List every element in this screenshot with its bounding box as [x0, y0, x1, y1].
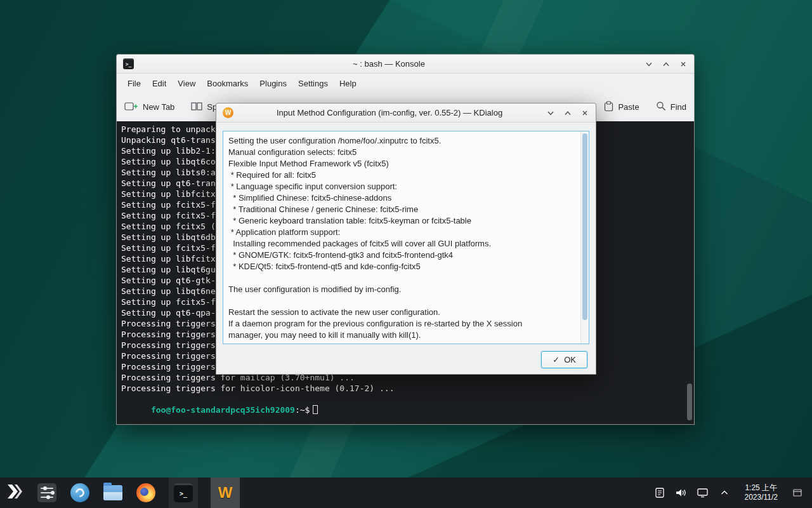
menu-item[interactable]: Edit	[147, 76, 172, 91]
dialog-message-line: * GNOME/GTK: fcitx5-frontend-gtk3 and fc…	[228, 250, 575, 261]
kdialog-window-title: Input Method Configuration (im-config, v…	[239, 108, 540, 117]
search-icon	[656, 101, 666, 113]
dialog-message-area[interactable]: Setting the user configuration /home/foo…	[223, 131, 589, 344]
konsole-window-title: ~ : bash — Konsole	[139, 59, 639, 69]
prompt-suffix: :~$	[295, 405, 310, 415]
dialog-message-line: manager, you may need to kill it manuall…	[228, 330, 575, 341]
paste-icon	[604, 101, 613, 114]
terminal-cursor	[313, 405, 318, 414]
im-config-app-icon: W	[223, 107, 233, 118]
split-view-icon	[191, 101, 202, 113]
dialog-message-line: * Required for all: fcitx5	[228, 170, 575, 181]
minimize-icon[interactable]	[546, 108, 555, 117]
new-tab-button[interactable]: New Tab	[124, 101, 174, 113]
dialog-message-line: * Application platform support:	[228, 227, 575, 238]
dialog-message-line: * Language specific input conversion sup…	[228, 181, 575, 192]
show-desktop-button[interactable]	[792, 482, 803, 504]
dialog-message-line: Manual configuration selects: fcitx5	[228, 147, 575, 158]
dialog-message-line: * KDE/Qt5: fcitx5-frontend-qt5 and kde-c…	[228, 261, 575, 272]
kdialog-titlebar[interactable]: W Input Method Configuration (im-config,…	[216, 104, 596, 123]
close-icon[interactable]	[580, 108, 589, 117]
dialog-message-lines: Setting the user configuration /home/foo…	[228, 135, 575, 344]
clipboard-icon[interactable]	[653, 486, 666, 499]
menu-item[interactable]: Settings	[292, 76, 334, 91]
dialog-message-line: Flexible Input Method Framework v5 (fcit…	[228, 158, 575, 170]
display-icon[interactable]	[697, 486, 709, 499]
dialog-message-line: Setting the user configuration /home/foo…	[228, 135, 575, 147]
folder-icon	[103, 485, 122, 500]
clock-date: 2023/11/2	[745, 493, 778, 502]
kde-logo-icon	[5, 483, 23, 503]
minimize-icon[interactable]	[644, 59, 653, 69]
new-tab-label: New Tab	[143, 102, 174, 112]
clock-time: 1:25 上午	[745, 483, 778, 493]
system-tray: 1:25 上午 2023/11/2	[653, 482, 809, 504]
task-im-config-active[interactable]: W	[211, 478, 240, 508]
check-icon: ✓	[553, 355, 560, 364]
menu-item[interactable]: Plugins	[254, 76, 292, 91]
close-icon[interactable]	[678, 59, 688, 69]
new-tab-icon	[124, 101, 138, 113]
maximize-icon[interactable]	[661, 59, 671, 69]
firefox-button[interactable]	[136, 483, 156, 503]
volume-icon[interactable]	[675, 486, 688, 499]
im-config-task-icon: W	[218, 484, 233, 502]
dialog-message-line: See im-config(8) and /usr/share/doc/im-c…	[228, 341, 575, 344]
discover-button[interactable]	[70, 483, 90, 503]
konsole-task-icon: >_	[174, 483, 193, 502]
firefox-icon	[136, 483, 155, 502]
dialog-message-line: * Simplified Chinese: fcitx5-chinese-add…	[228, 192, 575, 204]
dialog-message-line: Restart the session to activate the new …	[228, 307, 575, 318]
menu-item[interactable]: File	[122, 76, 147, 91]
task-konsole[interactable]: >_	[169, 478, 198, 508]
dialog-scrollbar[interactable]	[580, 131, 589, 344]
menu-item[interactable]: Bookmarks	[201, 76, 254, 91]
dialog-message-line: If a daemon program for the previous con…	[228, 318, 575, 330]
prompt-user-host: foo@foo-standardpcq35ich92009	[151, 405, 295, 415]
system-settings-button[interactable]	[37, 483, 57, 503]
terminal-line: Processing triggers for hicolor-icon-the…	[121, 383, 694, 394]
discover-icon	[70, 483, 89, 502]
digital-clock[interactable]: 1:25 上午 2023/11/2	[740, 483, 783, 502]
find-button[interactable]: Find	[656, 101, 686, 113]
ok-button[interactable]: ✓ OK	[541, 351, 587, 368]
ok-button-label: OK	[564, 355, 576, 364]
dialog-scrollbar-handle[interactable]	[582, 133, 587, 320]
kdialog-body: Setting the user configuration /home/foo…	[216, 123, 596, 374]
maximize-icon[interactable]	[563, 108, 572, 117]
sliders-icon	[37, 483, 56, 502]
dialog-message-line	[228, 295, 575, 307]
taskbar: >_ W 1:25 上午 2023/11/2	[0, 478, 812, 508]
konsole-app-icon: >_	[123, 58, 134, 69]
kdialog-window: W Input Method Configuration (im-config,…	[216, 103, 596, 375]
terminal-prompt-line: foo@foo-standardpcq35ich92009:~$	[121, 394, 694, 404]
dialog-message-line: The user configuration is modified by im…	[228, 284, 575, 295]
dialog-message-line: * Traditional Chinese / generic Chinese:…	[228, 204, 575, 215]
dialog-message-line: * Generic keyboard translation table: fc…	[228, 215, 575, 227]
paste-label: Paste	[618, 102, 639, 112]
file-manager-button[interactable]	[103, 483, 123, 503]
dialog-message-line: Installing recommended packages of fcitx…	[228, 238, 575, 250]
chevron-up-icon[interactable]	[718, 486, 731, 499]
konsole-titlebar[interactable]: >_ ~ : bash — Konsole	[117, 55, 694, 74]
menu-item[interactable]: View	[172, 76, 201, 91]
app-launcher-button[interactable]	[4, 483, 24, 503]
menu-item[interactable]: Help	[334, 76, 362, 91]
konsole-menubar: FileEditViewBookmarksPluginsSettingsHelp	[117, 74, 694, 93]
terminal-scrollbar[interactable]	[687, 384, 692, 420]
find-label: Find	[671, 102, 686, 112]
dialog-message-line	[228, 272, 575, 284]
paste-button[interactable]: Paste	[604, 101, 639, 114]
